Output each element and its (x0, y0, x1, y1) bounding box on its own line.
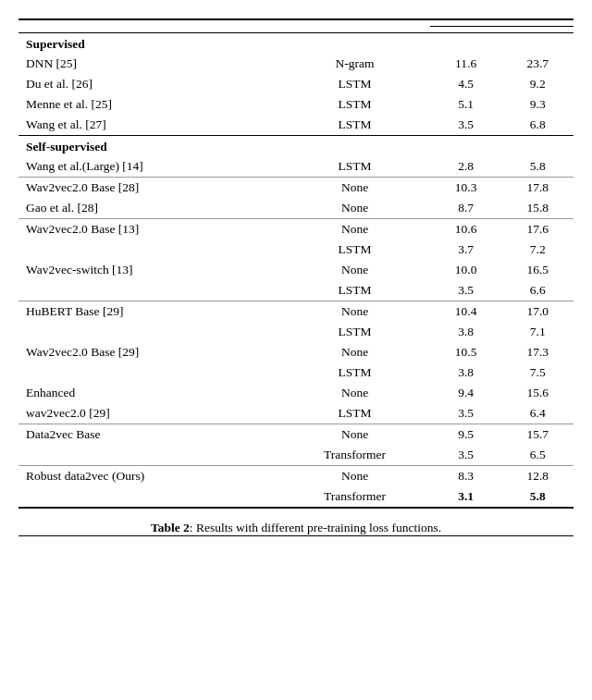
et05-cell: 5.8 (501, 486, 574, 508)
model-cell: HuBERT Base [29] (18, 301, 279, 323)
et05-cell: 23.7 (501, 54, 574, 74)
lm-cell: LSTM (279, 403, 429, 424)
table-row: Wav2vec2.0 Base [29] None 10.5 17.3 (18, 342, 574, 362)
model-cell: Wang et al.(Large) [14] (18, 156, 279, 178)
table-row: DNN [25] N-gram 11.6 23.7 (18, 54, 574, 74)
table-row: Wav2vec2.0 Base [13] None 10.6 17.6 (18, 219, 574, 240)
results-table: Supervised DNN [25] N-gram 11.6 23.7 Du … (18, 18, 574, 510)
et05-cell: 16.5 (501, 260, 574, 280)
table-row: Transformer 3.1 5.8 (18, 486, 574, 508)
dt05-cell: 2.8 (430, 156, 502, 178)
et05-cell: 6.5 (501, 445, 574, 466)
dt05-cell: 3.5 (430, 280, 502, 301)
model-cell: Enhanced (18, 383, 279, 403)
table-row: Gao et al. [28] None 8.7 15.8 (18, 198, 574, 219)
table-row: Transformer 3.5 6.5 (18, 445, 574, 466)
model-cell: Robust data2vec (Ours) (18, 466, 279, 487)
et05-cell: 15.6 (501, 383, 574, 403)
model-cell: Wav2vec2.0 Base [13] (18, 219, 279, 240)
final-border-row (18, 508, 574, 510)
model-cell (18, 486, 279, 508)
lm-cell: Transformer (279, 445, 429, 466)
model-cell: Gao et al. [28] (18, 198, 279, 219)
lm-cell: LSTM (279, 322, 429, 342)
lm-cell: LSTM (279, 115, 429, 136)
dt05-cell: 9.4 (430, 383, 502, 403)
model-cell: Wav2vec2.0 Base [28] (18, 178, 279, 199)
header-row-1 (18, 19, 574, 27)
et05-cell: 7.5 (501, 362, 574, 383)
et05-cell: 6.6 (501, 280, 574, 301)
table-row: LSTM 3.8 7.5 (18, 362, 574, 383)
model-cell (18, 445, 279, 466)
supervised-label: Supervised (18, 33, 574, 55)
lm-cell: LSTM (279, 362, 429, 383)
dt05-cell: 3.8 (430, 322, 502, 342)
et05-header (501, 27, 574, 33)
model-cell: Wang et al. [27] (18, 115, 279, 136)
lm-cell: None (279, 198, 429, 219)
dt05-cell: 10.0 (430, 260, 502, 280)
table-row: Robust data2vec (Ours) None 8.3 12.8 (18, 466, 574, 487)
dt05-cell: 3.7 (430, 239, 502, 260)
table-row: Wav2vec2.0 Base [28] None 10.3 17.8 (18, 178, 574, 199)
lm-cell: LSTM (279, 94, 429, 115)
dt05-cell: 3.5 (430, 115, 502, 136)
dt05-cell: 8.3 (430, 466, 502, 487)
table-row: Enhanced None 9.4 15.6 (18, 383, 574, 403)
table-row: Wav2vec-switch [13] None 10.0 16.5 (18, 260, 574, 280)
model-cell: Du et al. [26] (18, 74, 279, 94)
self-supervised-header: Self-supervised (18, 136, 574, 157)
model-header (18, 19, 279, 33)
et05-cell: 9.3 (501, 94, 574, 115)
dt05-cell: 10.5 (430, 342, 502, 362)
table-row: Wang et al. [27] LSTM 3.5 6.8 (18, 115, 574, 136)
et05-cell: 17.8 (501, 178, 574, 199)
dt05-header (430, 27, 502, 33)
dt05-cell: 3.5 (430, 403, 502, 424)
dt05-cell: 10.4 (430, 301, 502, 323)
dt05-cell: 3.8 (430, 362, 502, 383)
lm-cell: None (279, 342, 429, 362)
et05-cell: 12.8 (501, 466, 574, 487)
table-row: LSTM 3.8 7.1 (18, 322, 574, 342)
dt05-cell: 9.5 (430, 424, 502, 446)
dt05-cell: 11.6 (430, 54, 502, 74)
table-row: Du et al. [26] LSTM 4.5 9.2 (18, 74, 574, 94)
table-row: Menne et al. [25] LSTM 5.1 9.3 (18, 94, 574, 115)
dt05-cell: 3.5 (430, 445, 502, 466)
model-cell (18, 280, 279, 301)
wer-header (430, 19, 574, 27)
model-cell (18, 362, 279, 383)
et05-cell: 17.6 (501, 219, 574, 240)
main-container: Supervised DNN [25] N-gram 11.6 23.7 Du … (18, 18, 574, 546)
dt05-cell: 4.5 (430, 74, 502, 94)
model-cell: Data2vec Base (18, 424, 279, 446)
lm-header (279, 19, 429, 33)
dt05-cell: 8.7 (430, 198, 502, 219)
lm-cell: None (279, 178, 429, 199)
model-cell (18, 239, 279, 260)
lm-cell: None (279, 260, 429, 280)
self-supervised-label: Self-supervised (18, 136, 574, 157)
dt05-cell: 10.6 (430, 219, 502, 240)
lm-cell: LSTM (279, 280, 429, 301)
et05-cell: 9.2 (501, 74, 574, 94)
dt05-cell: 3.1 (430, 486, 502, 508)
lm-cell: None (279, 301, 429, 323)
caption-bold: Table 2 (151, 521, 190, 534)
table-caption: Table 2: Results with different pre-trai… (18, 521, 574, 536)
lm-cell: LSTM (279, 74, 429, 94)
lm-cell: None (279, 219, 429, 240)
et05-cell: 17.0 (501, 301, 574, 323)
lm-cell: LSTM (279, 156, 429, 178)
model-cell: Wav2vec2.0 Base [29] (18, 342, 279, 362)
dt05-cell: 5.1 (430, 94, 502, 115)
et05-cell: 6.4 (501, 403, 574, 424)
et05-cell: 15.8 (501, 198, 574, 219)
model-cell: DNN [25] (18, 54, 279, 74)
et05-cell: 6.8 (501, 115, 574, 136)
supervised-header: Supervised (18, 33, 574, 55)
lm-cell: N-gram (279, 54, 429, 74)
model-cell: wav2vec2.0 [29] (18, 403, 279, 424)
